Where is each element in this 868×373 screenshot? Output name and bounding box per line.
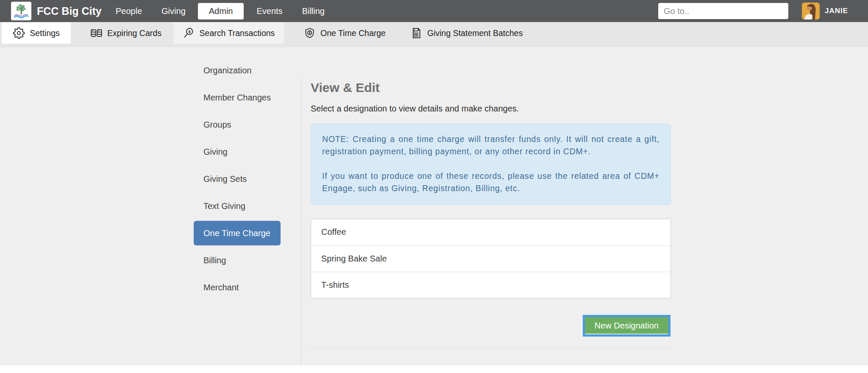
sidebar-item-organization[interactable]: Organization (194, 64, 281, 77)
statement-document-icon: $ (410, 27, 423, 39)
sidebar-item-groups[interactable]: Groups (194, 118, 281, 131)
toolbar-item-giving-statement-batches[interactable]: $ Giving Statement Batches (410, 22, 523, 44)
bottom-divider (311, 348, 671, 349)
sidebar-item-giving[interactable]: Giving (194, 145, 281, 159)
goto-search-input[interactable] (658, 3, 788, 19)
search-dollar-icon: $ (183, 27, 195, 39)
page-subtitle: Select a designation to view details and… (311, 104, 671, 114)
church-logo (11, 2, 31, 20)
shield-dollar-icon: $ (303, 27, 316, 39)
sidebar-item-member-changes[interactable]: Member Changes (194, 91, 281, 104)
settings-sidebar-menu: Organization Member Changes Groups Givin… (194, 64, 281, 308)
toolbar-label-search-transactions: Search Transactions (200, 28, 275, 38)
designation-row-t-shirts[interactable]: T-shirts (311, 272, 670, 298)
user-name: JANIE (825, 7, 848, 15)
designation-row-spring-bake-sale[interactable]: Spring Bake Sale (311, 245, 670, 272)
nav-item-people[interactable]: People (106, 0, 152, 22)
page-bottom-strip (0, 365, 868, 373)
nav-item-events[interactable]: Events (247, 0, 292, 22)
tree-logo-icon (12, 3, 30, 19)
note-box: NOTE: Creating a one time charge will tr… (311, 124, 671, 205)
nav-item-admin[interactable]: Admin (198, 3, 244, 19)
org-title: FCC Big City (37, 5, 102, 17)
sidebar-item-text-giving[interactable]: Text Giving (194, 199, 281, 213)
toolbar-label-settings: Settings (30, 28, 59, 38)
sidebar-item-giving-sets[interactable]: Giving Sets (194, 172, 281, 186)
nav-item-giving[interactable]: Giving (152, 0, 195, 22)
toolbar-item-search-transactions[interactable]: $ Search Transactions (173, 22, 284, 44)
designation-list: Coffee Spring Bake Sale T-shirts (311, 219, 671, 298)
toolbar-label-expiring-cards: Expiring Cards (107, 28, 161, 38)
main-nav: People Giving Admin Events Billing (106, 0, 334, 22)
page-title: View & Edit (311, 81, 671, 95)
svg-text:$: $ (309, 31, 311, 35)
toolbar-label-one-time-charge: One Time Charge (320, 28, 386, 38)
top-navigation-bar: FCC Big City People Giving Admin Events … (0, 0, 868, 22)
toolbar-label-giving-statement-batches: Giving Statement Batches (427, 28, 523, 38)
sidebar-item-one-time-charge[interactable]: One Time Charge (194, 221, 281, 245)
note-paragraph-1: NOTE: Creating a one time charge will tr… (322, 133, 659, 158)
content-area: Organization Member Changes Groups Givin… (0, 47, 868, 373)
note-paragraph-2: If you want to produce one of these reco… (322, 170, 659, 195)
gear-icon (13, 27, 25, 39)
toolbar-item-one-time-charge[interactable]: $ One Time Charge (303, 22, 386, 44)
svg-text:$: $ (414, 29, 416, 33)
profile-button[interactable]: JANIE (802, 3, 848, 19)
new-designation-button[interactable]: New Designation (585, 317, 668, 334)
toolbar-item-settings[interactable]: Settings (2, 22, 71, 44)
avatar[interactable] (802, 3, 820, 19)
nav-item-billing[interactable]: Billing (292, 0, 334, 22)
svg-text:$: $ (188, 29, 191, 34)
main-panel: View & Edit Select a designation to view… (311, 47, 671, 349)
app-window: FCC Big City People Giving Admin Events … (0, 0, 868, 373)
sidebar-item-billing[interactable]: Billing (194, 253, 281, 267)
button-row: New Designation (311, 317, 671, 334)
sidebar-divider (301, 79, 301, 365)
expiring-cards-icon (90, 27, 103, 39)
avatar-photo (802, 3, 820, 19)
admin-toolbar: Settings Expiring Cards $ Search Transac… (0, 22, 868, 47)
designation-row-coffee[interactable]: Coffee (311, 219, 670, 245)
toolbar-item-expiring-cards[interactable]: Expiring Cards (90, 22, 161, 44)
sidebar-item-merchant[interactable]: Merchant (194, 281, 281, 294)
